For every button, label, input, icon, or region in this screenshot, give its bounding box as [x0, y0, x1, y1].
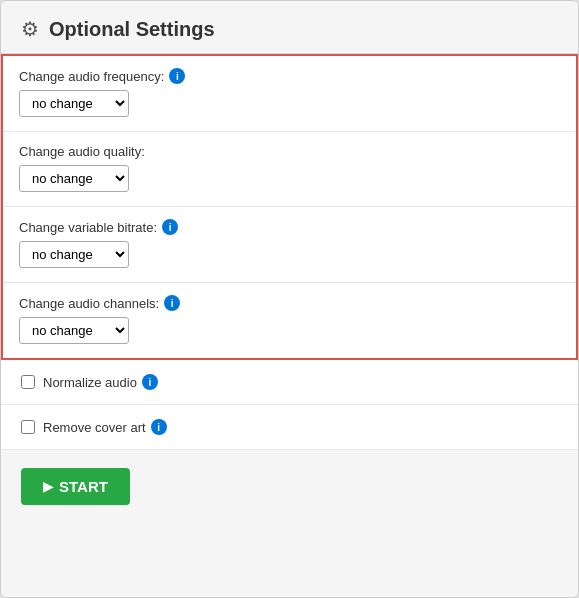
extra-options-section: Normalize audio i Remove cover art i: [1, 360, 578, 450]
audio-frequency-select[interactable]: no change 8000 Hz 11025 Hz 16000 Hz 2205…: [19, 90, 129, 117]
remove-cover-art-label[interactable]: Remove cover art i: [43, 419, 167, 435]
audio-quality-label: Change audio quality:: [19, 144, 560, 159]
variable-bitrate-select[interactable]: no change enabled disabled: [19, 241, 129, 268]
audio-frequency-row: Change audio frequency: i no change 8000…: [3, 56, 576, 132]
start-button-label: START: [59, 478, 108, 495]
audio-channels-row: Change audio channels: i no change mono …: [3, 283, 576, 358]
remove-cover-art-checkbox[interactable]: [21, 420, 35, 434]
optional-settings-card: ⚙ Optional Settings Change audio frequen…: [0, 0, 579, 598]
audio-channels-select[interactable]: no change mono stereo: [19, 317, 129, 344]
play-icon: ▶: [43, 479, 53, 494]
audio-quality-row: Change audio quality: no change low medi…: [3, 132, 576, 207]
variable-bitrate-info-icon[interactable]: i: [162, 219, 178, 235]
variable-bitrate-row: Change variable bitrate: i no change ena…: [3, 207, 576, 283]
remove-cover-art-info-icon[interactable]: i: [151, 419, 167, 435]
audio-frequency-label: Change audio frequency: i: [19, 68, 560, 84]
audio-channels-info-icon[interactable]: i: [164, 295, 180, 311]
audio-channels-label: Change audio channels: i: [19, 295, 560, 311]
card-title: Optional Settings: [49, 18, 215, 41]
start-button[interactable]: ▶ START: [21, 468, 130, 505]
variable-bitrate-label: Change variable bitrate: i: [19, 219, 560, 235]
audio-frequency-info-icon[interactable]: i: [169, 68, 185, 84]
normalize-audio-checkbox[interactable]: [21, 375, 35, 389]
normalize-audio-info-icon[interactable]: i: [142, 374, 158, 390]
audio-settings-box: Change audio frequency: i no change 8000…: [1, 54, 578, 360]
normalize-audio-row: Normalize audio i: [1, 360, 578, 405]
audio-quality-select[interactable]: no change low medium high very high: [19, 165, 129, 192]
gear-icon: ⚙: [21, 17, 39, 41]
normalize-audio-label[interactable]: Normalize audio i: [43, 374, 158, 390]
card-header: ⚙ Optional Settings: [1, 1, 578, 54]
remove-cover-art-row: Remove cover art i: [1, 405, 578, 450]
